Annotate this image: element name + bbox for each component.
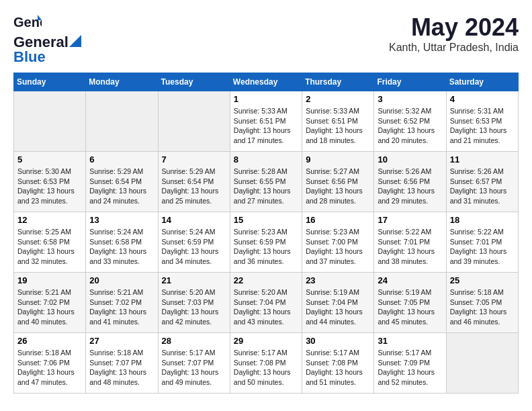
day-number: 25 [450, 275, 515, 285]
day-info: Sunrise: 5:23 AMSunset: 7:00 PMDaylight:… [306, 227, 370, 267]
logo-blue-text: Blue [13, 48, 46, 66]
day-number: 18 [450, 215, 515, 225]
day-number: 28 [162, 336, 226, 346]
day-info: Sunrise: 5:21 AMSunset: 7:02 PMDaylight:… [17, 287, 82, 327]
calendar-cell: 24Sunrise: 5:19 AMSunset: 7:05 PMDayligh… [374, 273, 446, 333]
title-block: May 2024 Kanth, Uttar Pradesh, India [389, 13, 519, 54]
location-title: Kanth, Uttar Pradesh, India [389, 42, 519, 54]
day-number: 19 [17, 275, 82, 285]
day-number: 2 [306, 94, 370, 104]
calendar-week-2: 5Sunrise: 5:30 AMSunset: 6:53 PMDaylight… [14, 152, 519, 212]
calendar-cell: 14Sunrise: 5:24 AMSunset: 6:59 PMDayligh… [158, 212, 230, 273]
calendar-header: Sunday Monday Tuesday Wednesday Thursday… [14, 73, 519, 91]
calendar-cell: 5Sunrise: 5:30 AMSunset: 6:53 PMDaylight… [14, 152, 86, 212]
day-number: 29 [234, 336, 298, 346]
calendar-cell: 17Sunrise: 5:22 AMSunset: 7:01 PMDayligh… [374, 212, 446, 273]
day-number: 26 [17, 336, 82, 346]
col-monday: Monday [86, 73, 158, 91]
day-info: Sunrise: 5:22 AMSunset: 7:01 PMDaylight:… [378, 227, 442, 267]
calendar-cell: 12Sunrise: 5:25 AMSunset: 6:58 PMDayligh… [14, 212, 86, 273]
day-number: 12 [17, 215, 82, 225]
calendar-week-5: 26Sunrise: 5:18 AMSunset: 7:06 PMDayligh… [14, 333, 519, 394]
page-header: General General Blue May 2024 Kanth, Utt… [13, 13, 519, 66]
calendar-cell: 23Sunrise: 5:19 AMSunset: 7:04 PMDayligh… [302, 273, 374, 333]
day-info: Sunrise: 5:29 AMSunset: 6:54 PMDaylight:… [89, 167, 154, 206]
day-number: 9 [306, 154, 370, 165]
calendar-cell: 8Sunrise: 5:28 AMSunset: 6:55 PMDaylight… [230, 152, 302, 212]
calendar-week-1: 1Sunrise: 5:33 AMSunset: 6:51 PMDaylight… [14, 91, 519, 152]
calendar-cell: 30Sunrise: 5:17 AMSunset: 7:08 PMDayligh… [302, 333, 374, 394]
calendar-cell: 18Sunrise: 5:22 AMSunset: 7:01 PMDayligh… [446, 212, 518, 273]
calendar-cell [446, 333, 518, 394]
logo: General General Blue [13, 13, 82, 66]
day-info: Sunrise: 5:20 AMSunset: 7:03 PMDaylight:… [162, 287, 226, 327]
day-number: 13 [89, 215, 154, 225]
calendar-week-4: 19Sunrise: 5:21 AMSunset: 7:02 PMDayligh… [14, 273, 519, 333]
day-info: Sunrise: 5:32 AMSunset: 6:52 PMDaylight:… [378, 106, 442, 146]
svg-marker-2 [69, 35, 81, 47]
day-info: Sunrise: 5:25 AMSunset: 6:58 PMDaylight:… [17, 227, 82, 267]
calendar-cell: 19Sunrise: 5:21 AMSunset: 7:02 PMDayligh… [14, 273, 86, 333]
day-info: Sunrise: 5:19 AMSunset: 7:04 PMDaylight:… [306, 287, 370, 327]
calendar-week-3: 12Sunrise: 5:25 AMSunset: 6:58 PMDayligh… [14, 212, 519, 273]
day-info: Sunrise: 5:28 AMSunset: 6:55 PMDaylight:… [234, 167, 298, 206]
day-number: 14 [162, 215, 226, 225]
day-info: Sunrise: 5:17 AMSunset: 7:07 PMDaylight:… [162, 348, 226, 387]
col-saturday: Saturday [446, 73, 518, 91]
svg-text:General: General [13, 15, 42, 30]
calendar-cell: 21Sunrise: 5:20 AMSunset: 7:03 PMDayligh… [158, 273, 230, 333]
calendar-cell: 31Sunrise: 5:17 AMSunset: 7:09 PMDayligh… [374, 333, 446, 394]
calendar-cell: 11Sunrise: 5:26 AMSunset: 6:57 PMDayligh… [446, 152, 518, 212]
day-number: 31 [378, 336, 442, 346]
calendar-cell: 7Sunrise: 5:29 AMSunset: 6:54 PMDaylight… [158, 152, 230, 212]
day-info: Sunrise: 5:23 AMSunset: 6:59 PMDaylight:… [234, 227, 298, 267]
day-info: Sunrise: 5:18 AMSunset: 7:06 PMDaylight:… [17, 348, 82, 387]
month-title: May 2024 [389, 13, 519, 42]
day-number: 7 [162, 154, 226, 165]
calendar-cell: 16Sunrise: 5:23 AMSunset: 7:00 PMDayligh… [302, 212, 374, 273]
day-info: Sunrise: 5:17 AMSunset: 7:08 PMDaylight:… [306, 348, 370, 387]
day-info: Sunrise: 5:30 AMSunset: 6:53 PMDaylight:… [17, 167, 82, 206]
calendar-cell: 28Sunrise: 5:17 AMSunset: 7:07 PMDayligh… [158, 333, 230, 394]
day-info: Sunrise: 5:26 AMSunset: 6:56 PMDaylight:… [378, 167, 442, 206]
col-thursday: Thursday [302, 73, 374, 91]
day-info: Sunrise: 5:22 AMSunset: 7:01 PMDaylight:… [450, 227, 515, 267]
calendar-cell: 9Sunrise: 5:27 AMSunset: 6:56 PMDaylight… [302, 152, 374, 212]
calendar-cell: 20Sunrise: 5:21 AMSunset: 7:02 PMDayligh… [86, 273, 158, 333]
day-info: Sunrise: 5:24 AMSunset: 6:58 PMDaylight:… [89, 227, 154, 267]
calendar-cell: 3Sunrise: 5:32 AMSunset: 6:52 PMDaylight… [374, 91, 446, 152]
day-number: 22 [234, 275, 298, 285]
day-number: 30 [306, 336, 370, 346]
calendar-cell: 22Sunrise: 5:20 AMSunset: 7:04 PMDayligh… [230, 273, 302, 333]
col-tuesday: Tuesday [158, 73, 230, 91]
day-number: 3 [378, 94, 442, 104]
calendar-cell: 15Sunrise: 5:23 AMSunset: 6:59 PMDayligh… [230, 212, 302, 273]
day-number: 27 [89, 336, 154, 346]
calendar-cell: 26Sunrise: 5:18 AMSunset: 7:06 PMDayligh… [14, 333, 86, 394]
day-number: 8 [234, 154, 298, 165]
day-number: 23 [306, 275, 370, 285]
day-number: 11 [450, 154, 515, 165]
col-sunday: Sunday [14, 73, 86, 91]
calendar-cell [14, 91, 86, 152]
col-friday: Friday [374, 73, 446, 91]
day-number: 21 [162, 275, 226, 285]
day-number: 16 [306, 215, 370, 225]
day-number: 20 [89, 275, 154, 285]
day-number: 1 [234, 94, 298, 104]
calendar-cell [86, 91, 158, 152]
day-info: Sunrise: 5:31 AMSunset: 6:53 PMDaylight:… [450, 106, 515, 146]
day-number: 10 [378, 154, 442, 165]
day-number: 5 [17, 154, 82, 165]
logo-icon: General [13, 13, 42, 34]
day-number: 17 [378, 215, 442, 225]
calendar-cell: 6Sunrise: 5:29 AMSunset: 6:54 PMDaylight… [86, 152, 158, 212]
day-number: 4 [450, 94, 515, 104]
day-number: 24 [378, 275, 442, 285]
calendar-cell: 29Sunrise: 5:17 AMSunset: 7:08 PMDayligh… [230, 333, 302, 394]
calendar-cell: 4Sunrise: 5:31 AMSunset: 6:53 PMDaylight… [446, 91, 518, 152]
day-info: Sunrise: 5:18 AMSunset: 7:07 PMDaylight:… [89, 348, 154, 387]
calendar-cell: 25Sunrise: 5:18 AMSunset: 7:05 PMDayligh… [446, 273, 518, 333]
day-info: Sunrise: 5:33 AMSunset: 6:51 PMDaylight:… [234, 106, 298, 146]
calendar-cell: 13Sunrise: 5:24 AMSunset: 6:58 PMDayligh… [86, 212, 158, 273]
